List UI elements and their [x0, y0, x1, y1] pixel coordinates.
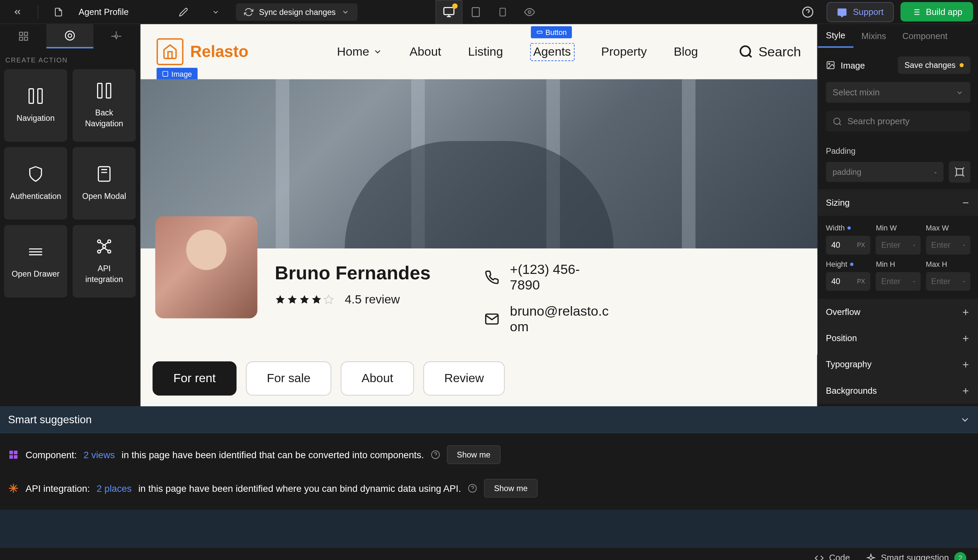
min-h-label: Min H: [876, 260, 920, 268]
back-button[interactable]: [5, 0, 30, 24]
svg-point-7: [528, 10, 531, 13]
minus-icon: [961, 198, 971, 207]
code-button[interactable]: Code: [814, 553, 850, 560]
overflow-section-header[interactable]: Overflow: [818, 299, 978, 325]
svg-rect-17: [24, 32, 27, 35]
save-changes-button[interactable]: Save changes: [898, 56, 971, 73]
right-tab-component[interactable]: Component: [894, 24, 956, 48]
plus-icon: [961, 307, 971, 317]
brand-name[interactable]: Relasto: [190, 42, 249, 61]
sizing-label: Sizing: [826, 198, 849, 208]
action-open-modal[interactable]: Open Modal: [73, 147, 136, 220]
overflow-label: Overflow: [826, 307, 861, 317]
action-open-drawer[interactable]: Open Drawer: [4, 225, 67, 298]
nav-listing[interactable]: Listing: [468, 43, 503, 61]
support-button[interactable]: Support: [827, 2, 894, 22]
show-me-api-button[interactable]: Show me: [484, 479, 537, 498]
search-property-input[interactable]: Search property: [826, 111, 970, 132]
smart-suggestion-panel: Smart suggestion Component: 2 views in t…: [0, 406, 978, 547]
chevron-down-icon[interactable]: [960, 414, 971, 425]
agent-avatar[interactable]: [155, 216, 257, 318]
nav-agents[interactable]: Agents Button: [530, 43, 574, 61]
help-icon[interactable]: [468, 483, 477, 493]
star-empty-icon: [323, 294, 334, 305]
help-icon[interactable]: [431, 450, 440, 460]
nav-blog[interactable]: Blog: [674, 43, 698, 61]
min-h-input[interactable]: Enter-: [876, 272, 920, 290]
build-app-button[interactable]: Build app: [900, 2, 973, 22]
star-icon: [311, 294, 322, 305]
action-authentication-label: Authentication: [10, 192, 62, 202]
smart-suggestion-toggle[interactable]: Smart suggestion 2: [866, 552, 966, 560]
width-label: Width: [826, 224, 870, 232]
api-integration-icon: [95, 237, 113, 256]
component-text: in this page have been identified that c…: [122, 449, 424, 460]
preview-eye-button[interactable]: [516, 0, 543, 24]
smart-suggestion-header[interactable]: Smart suggestion: [0, 407, 978, 433]
action-back-navigation[interactable]: Back Navigation: [73, 69, 136, 142]
select-mixin-dropdown[interactable]: Select mixin: [826, 82, 970, 102]
action-navigation[interactable]: Navigation: [4, 69, 67, 142]
plus-icon: [961, 386, 971, 395]
show-me-component-button[interactable]: Show me: [447, 445, 501, 464]
code-icon: [814, 553, 824, 560]
min-w-input[interactable]: Enter-: [876, 236, 920, 255]
action-navigation-label: Navigation: [17, 114, 55, 124]
backgrounds-section-header[interactable]: Backgrounds: [818, 377, 978, 403]
action-api-integration-label: API integration: [78, 264, 130, 285]
width-input[interactable]: 40PX: [826, 236, 870, 255]
svg-line-58: [955, 175, 956, 177]
max-h-input[interactable]: Enter-: [926, 272, 970, 290]
action-authentication[interactable]: Authentication: [4, 147, 67, 220]
tab-for-rent[interactable]: For rent: [152, 362, 236, 396]
brand-logo-icon[interactable]: [157, 38, 184, 65]
svg-rect-26: [106, 84, 111, 98]
star-icon: [299, 294, 310, 305]
tab-for-sale[interactable]: For sale: [246, 362, 331, 396]
padding-expand-button[interactable]: [949, 161, 970, 183]
tab-review[interactable]: Review: [424, 362, 505, 396]
left-panel: CREATE ACTION Navigation Back Navigation…: [0, 24, 140, 406]
edit-button[interactable]: [172, 0, 195, 24]
help-button[interactable]: [796, 0, 820, 24]
header-search[interactable]: Search: [738, 44, 801, 60]
padding-input[interactable]: padding -: [826, 162, 943, 182]
tab-about[interactable]: About: [340, 362, 414, 396]
left-tab-tree[interactable]: [0, 24, 47, 48]
svg-rect-55: [956, 169, 963, 175]
nav-property[interactable]: Property: [601, 43, 647, 61]
action-open-modal-label: Open Modal: [82, 192, 126, 202]
nav-home[interactable]: Home: [337, 43, 383, 61]
svg-point-33: [103, 245, 106, 248]
plus-icon: [961, 360, 971, 369]
right-tab-style[interactable]: Style: [818, 24, 853, 48]
position-section-header[interactable]: Position: [818, 325, 978, 351]
device-tablet-button[interactable]: [462, 0, 489, 24]
action-api-integration[interactable]: API integration: [73, 225, 136, 298]
image-element-icon: [826, 60, 835, 70]
right-tab-mixins[interactable]: Mixins: [853, 24, 894, 48]
svg-rect-23: [29, 89, 33, 103]
sync-button[interactable]: Sync design changes: [236, 3, 357, 20]
height-input[interactable]: 40PX: [826, 272, 870, 290]
api-icon: [8, 483, 19, 494]
smart-title: Smart suggestion: [8, 414, 92, 426]
nav-about[interactable]: About: [409, 43, 441, 61]
typography-section-header[interactable]: Typography: [818, 351, 978, 377]
device-desktop-button[interactable]: [436, 0, 462, 24]
svg-line-57: [963, 167, 964, 169]
support-label: Support: [853, 7, 884, 17]
star-icon: [287, 294, 298, 305]
search-label: Search: [758, 44, 801, 60]
sizing-section-header[interactable]: Sizing: [818, 189, 978, 215]
topbar: Agent Profile Sync design changes: [0, 0, 978, 24]
left-tab-actions[interactable]: [47, 24, 93, 48]
plus-icon: [961, 333, 971, 343]
max-w-input[interactable]: Enter-: [926, 236, 970, 255]
svg-rect-43: [537, 31, 542, 33]
left-tab-settings[interactable]: [93, 24, 140, 48]
svg-point-21: [68, 34, 72, 38]
canvas[interactable]: Relasto Image Home About Listing Agents: [140, 24, 818, 406]
device-mobile-button[interactable]: [489, 0, 516, 24]
dropdown-button[interactable]: [204, 0, 228, 24]
